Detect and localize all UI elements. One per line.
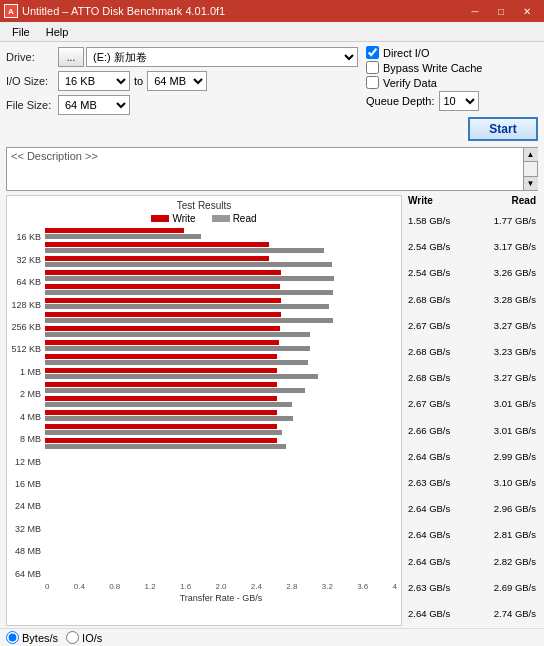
write-bar [45,382,277,387]
stats-row: 2.68 GB/s3.28 GB/s [406,294,538,305]
direct-io-row: Direct I/O [366,46,538,59]
read-bar [45,430,282,435]
legend-read: Read [212,213,257,224]
maximize-button[interactable]: □ [488,0,514,22]
read-bar [45,402,292,407]
bar-row [45,366,397,380]
stat-write: 2.54 GB/s [408,241,450,252]
controls-area: Drive: ... (E:) 新加卷 I/O Size: 16 KB to 6… [0,42,544,145]
stat-write: 2.64 GB/s [408,451,450,462]
scroll-up-button[interactable]: ▲ [524,148,538,162]
stats-panel: Write Read 1.58 GB/s1.77 GB/s2.54 GB/s3.… [406,195,538,626]
drive-browse-button[interactable]: ... [58,47,84,67]
menu-file[interactable]: File [4,24,38,40]
chart-row-label: 512 KB [11,342,41,356]
window-controls: ─ □ ✕ [462,0,540,22]
chart-row-label: 24 MB [11,499,41,513]
stat-read: 3.01 GB/s [494,425,536,436]
read-bar [45,304,329,309]
legend-read-color [212,215,230,222]
file-size-select[interactable]: 64 MB [58,95,130,115]
stat-write: 2.64 GB/s [408,503,450,514]
x-axis-tick: 2.4 [251,582,262,591]
write-bar [45,326,280,331]
stats-rows: 1.58 GB/s1.77 GB/s2.54 GB/s3.17 GB/s2.54… [406,208,538,626]
write-bar [45,270,281,275]
close-button[interactable]: ✕ [514,0,540,22]
verify-data-checkbox[interactable] [366,76,379,89]
write-bar [45,354,277,359]
direct-io-label[interactable]: Direct I/O [383,47,429,59]
bar-row [45,408,397,422]
stats-row: 2.64 GB/s2.99 GB/s [406,451,538,462]
x-axis-tick: 1.6 [180,582,191,591]
queue-depth-row: Queue Depth: 10 [366,91,538,111]
legend-write-color [151,215,169,222]
minimize-button[interactable]: ─ [462,0,488,22]
chart-section: Test Results Write Read 16 KB32 KB64 KB1… [6,195,538,626]
x-axis-tick: 4 [393,582,397,591]
bar-row [45,282,397,296]
write-bar [45,312,281,317]
menu-bar: File Help [0,22,544,42]
read-bar [45,360,308,365]
queue-depth-select[interactable]: 10 [439,91,479,111]
chart-legend: Write Read [11,213,397,224]
bypass-write-cache-label[interactable]: Bypass Write Cache [383,62,482,74]
io-to-label: to [134,75,143,87]
x-axis-tick: 3.2 [322,582,333,591]
write-bar [45,410,277,415]
window-title: Untitled – ATTO Disk Benchmark 4.01.0f1 [22,5,225,17]
app-icon: A [4,4,18,18]
description-box[interactable]: << Description >> [6,147,524,191]
stats-row: 2.66 GB/s3.01 GB/s [406,425,538,436]
stats-row: 2.67 GB/s3.27 GB/s [406,320,538,331]
write-bar [45,368,277,373]
read-bar [45,318,333,323]
x-axis-tick: 0 [45,582,49,591]
io-per-sec-option[interactable]: IO/s [66,631,102,644]
chart-body: 16 KB32 KB64 KB128 KB256 KB512 KB1 MB2 M… [11,226,397,585]
verify-data-label[interactable]: Verify Data [383,77,437,89]
bypass-write-cache-checkbox[interactable] [366,61,379,74]
direct-io-checkbox[interactable] [366,46,379,59]
verify-data-row: Verify Data [366,76,538,89]
stat-write: 2.66 GB/s [408,425,450,436]
bars-area [45,226,397,450]
menu-help[interactable]: Help [38,24,77,40]
io-size-select[interactable]: 16 KB [58,71,130,91]
controls-right: Direct I/O Bypass Write Cache Verify Dat… [358,46,538,141]
x-axis-tick: 0.4 [74,582,85,591]
bar-row [45,436,397,450]
chart-row-labels: 16 KB32 KB64 KB128 KB256 KB512 KB1 MB2 M… [11,226,45,585]
drive-label: Drive: [6,51,58,63]
stats-row: 2.64 GB/s2.74 GB/s [406,608,538,619]
stats-read-header: Read [512,195,536,206]
drive-select[interactable]: (E:) 新加卷 [86,47,358,67]
scroll-down-button[interactable]: ▼ [524,176,538,190]
stats-row: 2.63 GB/s3.10 GB/s [406,477,538,488]
stat-read: 3.27 GB/s [494,320,536,331]
read-bar [45,444,286,449]
read-bar [45,374,318,379]
stat-read: 2.82 GB/s [494,556,536,567]
io-radio[interactable] [66,631,79,644]
bytes-radio[interactable] [6,631,19,644]
start-button[interactable]: Start [468,117,538,141]
stat-read: 3.23 GB/s [494,346,536,357]
stats-row: 2.63 GB/s2.69 GB/s [406,582,538,593]
bar-row [45,324,397,338]
bar-row [45,310,397,324]
bar-row [45,268,397,282]
bytes-per-sec-option[interactable]: Bytes/s [6,631,58,644]
chart-row-label: 2 MB [11,387,41,401]
bar-row [45,394,397,408]
stat-write: 2.64 GB/s [408,529,450,540]
chart-row-label: 256 KB [11,320,41,334]
read-bar [45,276,334,281]
io-label: IO/s [82,632,102,644]
io-to-select[interactable]: 64 MB [147,71,207,91]
stat-read: 3.10 GB/s [494,477,536,488]
stats-row: 2.64 GB/s2.82 GB/s [406,556,538,567]
read-bar [45,248,324,253]
